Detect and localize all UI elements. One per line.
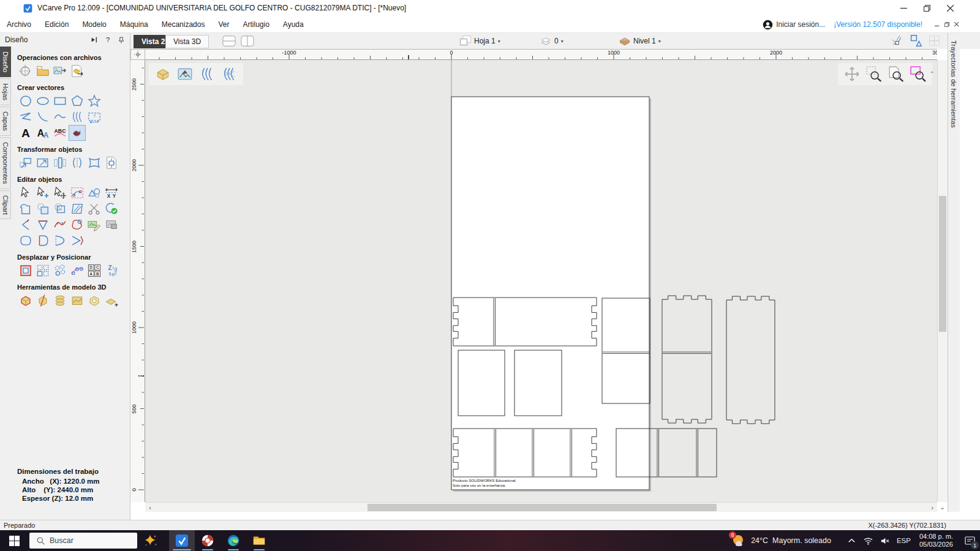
- move-objects-icon[interactable]: [17, 155, 34, 171]
- taskbar-vcarve-button[interactable]: [169, 530, 195, 551]
- snap-geometry-icon[interactable]: [910, 34, 922, 47]
- draw-curve-icon[interactable]: [51, 109, 69, 125]
- draw-arc-icon[interactable]: [34, 109, 51, 125]
- select-move-icon[interactable]: [51, 185, 69, 201]
- menu-edicion[interactable]: Edición: [38, 20, 75, 29]
- boolean-union-icon[interactable]: [17, 201, 34, 217]
- open-file-icon[interactable]: [34, 63, 51, 79]
- sheet-selector[interactable]: Hoja 1▾: [459, 35, 500, 47]
- snap-grid-icon[interactable]: [928, 34, 941, 47]
- mirror-copy-icon[interactable]: [69, 155, 86, 171]
- panel-collapse-icon[interactable]: [89, 35, 99, 45]
- version-update-link[interactable]: ¡Versión 12.507 disponible!: [834, 20, 922, 29]
- toolpath-preview-icon[interactable]: [199, 66, 215, 82]
- mdi-close-button[interactable]: [952, 19, 962, 30]
- boolean-subtract-icon[interactable]: [34, 201, 51, 217]
- clock-widget[interactable]: 04:08 p. m. 05/03/2026: [919, 533, 953, 549]
- copilot-button[interactable]: [137, 530, 164, 551]
- sign-in-button[interactable]: Iniciar sesión...: [763, 20, 825, 30]
- close-curve-icon[interactable]: [51, 233, 69, 249]
- material-image-icon[interactable]: [177, 66, 193, 82]
- text-properties-icon[interactable]: AA: [34, 125, 51, 141]
- ruler-origin-button[interactable]: [130, 49, 145, 60]
- edit-picture-icon[interactable]: [86, 217, 103, 233]
- job-setup-icon[interactable]: [17, 63, 34, 79]
- close-button[interactable]: [938, 0, 962, 16]
- language-indicator[interactable]: ESP: [897, 537, 911, 544]
- taskbar-solidworks-button[interactable]: [195, 530, 221, 551]
- hatch-fill-icon[interactable]: [69, 201, 86, 217]
- search-input[interactable]: Buscar: [29, 533, 137, 549]
- fit-curves-icon[interactable]: [51, 217, 69, 233]
- select-icon[interactable]: [17, 185, 34, 201]
- draw-polygon-icon[interactable]: [69, 93, 86, 109]
- side-tab-diseno[interactable]: Diseño: [0, 47, 11, 77]
- wifi-icon[interactable]: [864, 536, 873, 545]
- menu-maquina[interactable]: Máquina: [113, 20, 155, 29]
- notifications-button[interactable]: 1: [959, 530, 980, 551]
- array-copy-icon[interactable]: [34, 263, 51, 279]
- model-carve-icon[interactable]: [69, 293, 86, 309]
- model-add-icon[interactable]: [103, 293, 120, 309]
- model-stack-icon[interactable]: [51, 293, 69, 309]
- mdi-minimize-button[interactable]: [932, 19, 942, 30]
- minimize-button[interactable]: [892, 0, 915, 16]
- split-vertical-icon[interactable]: [241, 35, 254, 47]
- select-add-icon[interactable]: [34, 185, 51, 201]
- import-vectors-icon[interactable]: [69, 63, 86, 79]
- panel-pin-icon[interactable]: [116, 35, 126, 45]
- scroll-right-icon[interactable]: ›: [927, 503, 937, 512]
- toolpath-drawing-icon[interactable]: [221, 66, 237, 82]
- zoom-selected-icon[interactable]: [866, 66, 882, 82]
- draw-polyline-icon[interactable]: [17, 109, 34, 125]
- model-create-icon[interactable]: [17, 293, 34, 309]
- paste-special-icon[interactable]: DCAB: [86, 263, 103, 279]
- copy-along-curve-icon[interactable]: [69, 263, 86, 279]
- layer-selector[interactable]: 0▾: [540, 35, 564, 47]
- draw-rectangle-icon[interactable]: [51, 93, 69, 109]
- zoom-fit-icon[interactable]: [888, 66, 904, 82]
- menu-archivo[interactable]: Archivo: [0, 20, 38, 29]
- restore-button[interactable]: [915, 0, 938, 16]
- measure-icon[interactable]: XY: [103, 185, 120, 201]
- vertical-scrollbar[interactable]: [937, 60, 948, 502]
- toolpaths-panel-title[interactable]: Trayectorias de herramientas: [950, 40, 957, 128]
- toolpaths-panel-strip[interactable]: Trayectorias de herramientas: [948, 33, 960, 512]
- align-objects-icon[interactable]: [103, 155, 120, 171]
- side-tab-componentes[interactable]: Componentes: [0, 137, 11, 189]
- side-tab-clipart[interactable]: Clipart: [0, 190, 11, 220]
- split-horizontal-icon[interactable]: [222, 35, 236, 47]
- sharp-corner-icon[interactable]: [17, 217, 34, 233]
- scroll-down-icon[interactable]: ⌄: [938, 503, 946, 511]
- tray-chevron-icon[interactable]: [847, 536, 856, 545]
- menu-artilugio[interactable]: Artilugio: [236, 20, 276, 29]
- join-vectors-icon[interactable]: [34, 233, 51, 249]
- draw-dimension-icon[interactable]: ?: [86, 109, 103, 125]
- trim-vectors-icon[interactable]: [86, 201, 103, 217]
- horizontal-scroll-thumb[interactable]: [368, 504, 717, 511]
- draw-sketch-icon[interactable]: [69, 109, 86, 125]
- model-hole-icon[interactable]: [86, 293, 103, 309]
- zoom-box-icon[interactable]: [910, 66, 926, 82]
- taskbar-edge-button[interactable]: [221, 530, 246, 551]
- chamfer-icon[interactable]: [34, 217, 51, 233]
- menu-modelo[interactable]: Modelo: [75, 20, 113, 29]
- taskbar-explorer-button[interactable]: [246, 530, 272, 551]
- material-block-icon[interactable]: [155, 66, 171, 82]
- distort-objects-icon[interactable]: [86, 155, 103, 171]
- scale-objects-icon[interactable]: [34, 155, 51, 171]
- level-selector[interactable]: Nivel 1▾: [619, 35, 661, 47]
- mdi-restore-button[interactable]: [942, 19, 952, 30]
- menu-ver[interactable]: Ver: [211, 20, 236, 29]
- boolean-intersect-icon[interactable]: [51, 201, 69, 217]
- model-split-icon[interactable]: [34, 293, 51, 309]
- offset-vectors-icon[interactable]: [69, 217, 86, 233]
- close-vectors-icon[interactable]: [103, 201, 120, 217]
- draw-text-icon[interactable]: A: [17, 125, 34, 141]
- scroll-left-icon[interactable]: ‹: [145, 503, 155, 512]
- toolbar-collapse-icon[interactable]: ⌃: [930, 70, 935, 77]
- side-tab-hojas[interactable]: Hojas: [0, 78, 11, 105]
- position-objects-icon[interactable]: [17, 263, 34, 279]
- menu-ayuda[interactable]: Ayuda: [276, 20, 311, 29]
- crop-picture-icon[interactable]: [103, 217, 120, 233]
